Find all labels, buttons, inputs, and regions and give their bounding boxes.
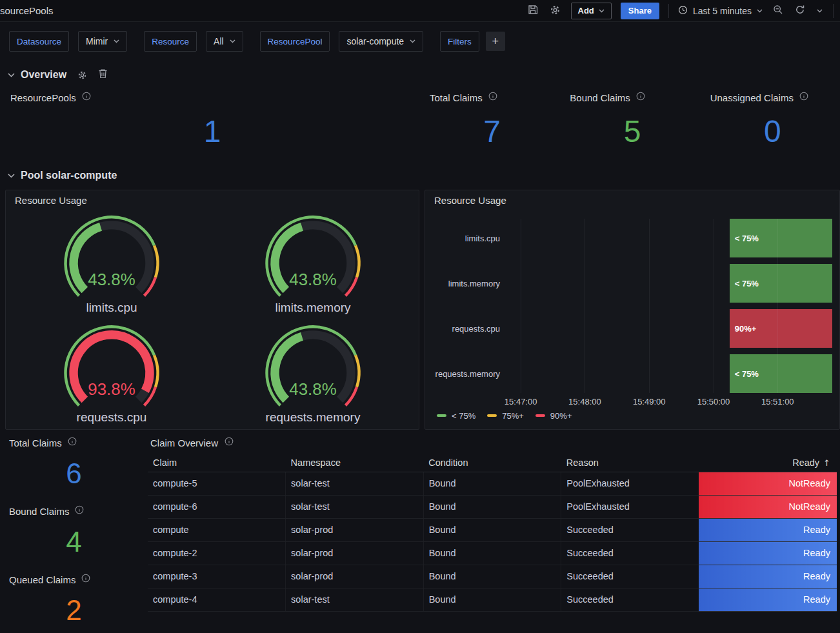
- timeline-row-label: requests.memory: [430, 354, 509, 393]
- legend-swatch: [437, 414, 446, 417]
- panel-title[interactable]: Claim Overview: [150, 437, 218, 448]
- column-header-reason[interactable]: Reason: [561, 454, 699, 472]
- table-row: compute-3solar-prodBoundSucceededReady: [148, 565, 837, 588]
- legend-item[interactable]: 90%+: [535, 411, 572, 421]
- chevron-down-icon: [8, 174, 15, 178]
- resource-select[interactable]: All: [206, 31, 243, 52]
- stat-panel-bound-claims: Bound Claims 5: [565, 88, 699, 160]
- sort-asc-icon: ↑: [823, 458, 830, 468]
- table-row: compute-4solar-testBoundSucceededReady: [148, 588, 837, 611]
- panel-title[interactable]: Queued Claims: [9, 574, 75, 585]
- resourcepool-label: ResourcePool: [260, 31, 330, 52]
- x-axis-tick: 15:49:00: [633, 397, 666, 407]
- column-header-namespace[interactable]: Namespace: [286, 454, 424, 472]
- panel-title[interactable]: Total Claims: [9, 437, 62, 448]
- section-title: Pool solar-compute: [21, 170, 117, 181]
- plus-icon: +: [492, 35, 499, 47]
- state-bar: 90%+: [730, 309, 832, 348]
- resource-usage-gauge-panel: Resource Usage 43.8%limits.cpu43.8%limit…: [5, 190, 419, 430]
- svg-text:93.8%: 93.8%: [88, 380, 135, 398]
- filters-button[interactable]: Filters: [440, 31, 479, 52]
- legend-swatch: [535, 414, 545, 417]
- claim-overview-panel: Claim Overview ClaimNamespaceConditionRe…: [148, 434, 840, 633]
- column-header-claim[interactable]: Claim: [148, 454, 286, 472]
- timeline-plot: limits.cpu< 75%limits.memory< 75%request…: [430, 219, 834, 393]
- stat-value: 4: [5, 517, 143, 567]
- state-bar: < 75%: [730, 219, 832, 257]
- divider: [833, 4, 834, 18]
- row-delete-button[interactable]: [98, 68, 108, 81]
- info-icon[interactable]: [81, 574, 90, 585]
- legend-item[interactable]: < 75%: [437, 411, 475, 421]
- info-icon[interactable]: [799, 92, 808, 103]
- info-icon[interactable]: [68, 437, 77, 448]
- gear-icon: [550, 5, 561, 17]
- info-icon[interactable]: [82, 92, 91, 103]
- resourcepool-select[interactable]: solar-compute: [339, 31, 423, 52]
- x-axis-tick: 15:51:00: [761, 397, 794, 407]
- stat-panel-unassigned-claims: Unassigned Claims 0: [705, 88, 840, 160]
- pool-stats-column: Total Claims 6 Bound Claims 4 Queued Cla…: [5, 434, 143, 633]
- ready-status-cell: Ready: [699, 541, 837, 565]
- table-row: compute-5solar-testBoundPoolExhaustedNot…: [148, 472, 837, 495]
- panel-title[interactable]: Bound Claims: [9, 506, 69, 517]
- clock-icon: [678, 5, 688, 17]
- gauge-label: requests.cpu: [77, 410, 147, 425]
- gauge-limits.memory: 43.8%limits.memory: [212, 210, 414, 316]
- save-dashboard-button[interactable]: [526, 3, 539, 18]
- refresh-button[interactable]: [794, 3, 806, 18]
- timeline-row-label: limits.memory: [430, 264, 509, 303]
- time-range-label: Last 5 minutes: [693, 6, 752, 16]
- panel-title[interactable]: Resource Usage: [430, 195, 834, 206]
- stat-panel-pool-bound-claims: Bound Claims 4: [5, 503, 143, 567]
- panel-title[interactable]: Total Claims: [430, 92, 483, 103]
- refresh-interval-dropdown[interactable]: [815, 8, 824, 14]
- time-range-picker[interactable]: Last 5 minutes: [678, 5, 763, 17]
- zoom-out-button[interactable]: [772, 3, 785, 18]
- info-icon[interactable]: [488, 92, 497, 103]
- gauge-label: limits.memory: [275, 301, 350, 316]
- svg-text:43.8%: 43.8%: [289, 270, 336, 288]
- dashboard-settings-button[interactable]: [548, 3, 562, 19]
- panel-title[interactable]: Resource Usage: [11, 195, 414, 206]
- variable-resource: Resource All: [144, 31, 243, 52]
- overview-stats-row: ResourcePools 1 Total Claims 7 Bound Cla…: [0, 88, 840, 160]
- section-header-overview[interactable]: Overview: [0, 66, 840, 84]
- info-icon[interactable]: [636, 92, 645, 103]
- info-icon[interactable]: [75, 505, 84, 517]
- row-settings-button[interactable]: [77, 70, 87, 80]
- panel-title[interactable]: ResourcePools: [10, 92, 76, 103]
- trash-icon: [98, 68, 108, 81]
- panel-title[interactable]: Unassigned Claims: [710, 92, 794, 103]
- stat-value: 5: [565, 103, 699, 160]
- gauge-grid: 43.8%limits.cpu43.8%limits.memory93.8%re…: [11, 210, 414, 425]
- stat-value: 1: [5, 103, 419, 160]
- resource-label: Resource: [144, 31, 197, 52]
- panel-title[interactable]: Bound Claims: [570, 92, 630, 103]
- stat-panel-total-claims: Total Claims 7: [425, 88, 559, 160]
- ready-status-cell: Ready: [699, 565, 837, 588]
- chevron-down-icon: [230, 39, 235, 43]
- legend-label: 75%+: [502, 411, 524, 421]
- stat-panel-pool-queued-claims: Queued Claims 2: [5, 571, 143, 633]
- datasource-label: Datasource: [9, 31, 69, 52]
- stat-value: 6: [5, 448, 143, 499]
- svg-text:43.8%: 43.8%: [289, 380, 336, 398]
- variable-resourcepool: ResourcePool solar-compute: [260, 31, 424, 52]
- column-header-condition[interactable]: Condition: [423, 454, 561, 472]
- x-axis-tick: 15:47:00: [505, 397, 537, 407]
- datasource-select[interactable]: Mimir: [78, 31, 127, 52]
- chevron-down-icon: [817, 9, 823, 13]
- ready-status-cell: Ready: [699, 588, 837, 611]
- zoom-out-icon: [773, 5, 783, 17]
- divider: [668, 4, 669, 18]
- info-icon[interactable]: [225, 437, 234, 448]
- chevron-down-icon: [757, 9, 763, 13]
- section-header-pool[interactable]: Pool solar-compute: [0, 166, 840, 185]
- column-header-ready[interactable]: Ready↑: [699, 454, 837, 472]
- legend-item[interactable]: 75%+: [487, 411, 524, 421]
- add-panel-button[interactable]: Add: [571, 3, 612, 19]
- ready-status-cell: Ready: [699, 518, 837, 541]
- add-filter-button[interactable]: +: [486, 32, 505, 51]
- share-button[interactable]: Share: [621, 3, 659, 19]
